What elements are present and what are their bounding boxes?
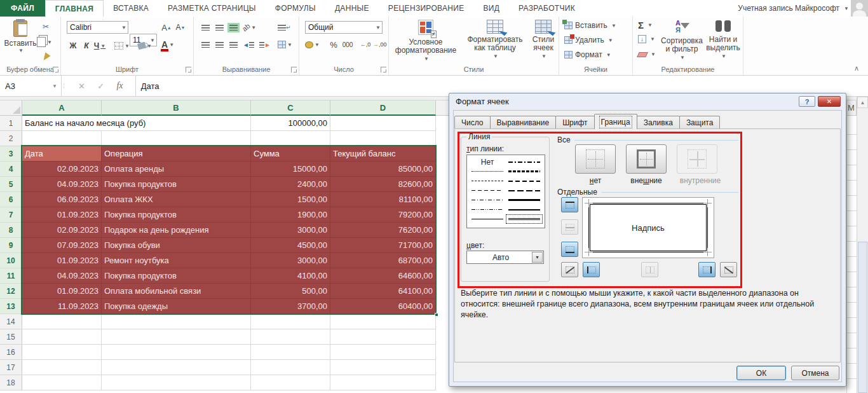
left-border-button[interactable] — [583, 262, 600, 277]
line-style-thick[interactable] — [506, 195, 543, 205]
cell-B2[interactable] — [102, 131, 251, 146]
row-header-14[interactable]: 14 — [0, 314, 22, 329]
ribbon-tab-главная[interactable]: ГЛАВНАЯ — [45, 0, 104, 17]
cell-B16[interactable] — [102, 345, 251, 360]
dialog-launcher-icon[interactable] — [291, 67, 297, 72]
cell-A4[interactable]: 02.09.2023 — [22, 162, 102, 177]
dialog-tab-выравнивание[interactable]: Выравнивание — [490, 116, 557, 129]
cell-C7[interactable]: 1900,00 — [251, 207, 330, 223]
cell-D12[interactable]: 64100,00 — [330, 284, 436, 299]
ribbon-tab-рецензирование[interactable]: РЕЦЕНЗИРОВАНИЕ — [379, 0, 474, 17]
border-preview[interactable]: Надпись — [582, 197, 714, 258]
cell-C10[interactable]: 3000,00 — [251, 253, 330, 268]
cell-D9[interactable]: 71700,00 — [330, 238, 436, 253]
vertical-scrollbar[interactable]: ▲ — [857, 97, 868, 393]
dialog-tab-шрифт[interactable]: Шрифт — [555, 116, 594, 129]
fill-color-button[interactable]: ▼ — [138, 39, 152, 52]
row-header-18[interactable]: 18 — [0, 375, 22, 390]
increase-font-button[interactable]: А▲ — [160, 21, 173, 34]
cell-A16[interactable] — [22, 345, 102, 360]
cell-C18[interactable] — [251, 375, 330, 390]
cell-C2[interactable] — [251, 131, 330, 146]
scrollbar-thumb[interactable] — [858, 242, 867, 393]
paste-button[interactable]: Вставить ▼ — [5, 20, 36, 53]
ribbon-tab-данные[interactable]: ДАННЫЕ — [325, 0, 379, 17]
align-top-button[interactable] — [199, 21, 212, 34]
row-header-1[interactable]: 1 — [0, 116, 22, 131]
row-header-2[interactable]: 2 — [0, 131, 22, 146]
copy-button[interactable]: ▼ — [37, 36, 52, 48]
italic-button[interactable]: К — [80, 39, 93, 52]
cell-A5[interactable]: 04.09.2023 — [22, 177, 102, 192]
cell-C12[interactable]: 500,00 — [251, 284, 330, 299]
sort-filter-button[interactable]: АЯ Сортировка и фильтр ▼ — [661, 19, 703, 62]
cell-D8[interactable]: 76200,00 — [330, 223, 436, 238]
cell-D5[interactable]: 82600,00 — [330, 177, 436, 192]
clear-button[interactable]: ▼ — [638, 52, 656, 57]
cell-D14[interactable] — [330, 314, 436, 329]
cell-B6[interactable]: Оплата ЖКХ — [102, 192, 251, 207]
ribbon-tab-разработчик[interactable]: РАЗРАБОТЧИК — [509, 0, 585, 17]
cell-B12[interactable]: Оплата мобильной связи — [102, 284, 251, 299]
ribbon-tab-файл[interactable]: ФАЙЛ — [0, 0, 45, 17]
merge-center-button[interactable]: ▼ — [278, 38, 292, 51]
dialog-launcher-icon[interactable] — [381, 67, 386, 72]
borders-button[interactable]: ▼ — [114, 39, 130, 52]
diagonal-up-border-button[interactable] — [561, 262, 578, 277]
cell-D15[interactable] — [330, 329, 436, 345]
cell-D3[interactable]: Текущий баланс — [330, 146, 436, 162]
ribbon-tab-вид[interactable]: ВИД — [473, 0, 509, 17]
cell-A18[interactable] — [22, 375, 102, 390]
cell-B9[interactable]: Покупка обуви — [102, 238, 251, 253]
row-header-16[interactable]: 16 — [0, 345, 22, 360]
diagonal-down-border-button[interactable] — [720, 262, 737, 277]
top-border-button[interactable] — [561, 197, 578, 212]
line-style-long-dash-md[interactable] — [506, 186, 543, 195]
font-name-combo[interactable]: Calibri▼ — [67, 21, 128, 34]
cell-C1[interactable]: 100000,00 — [251, 116, 330, 131]
dialog-tab-заливка[interactable]: Заливка — [637, 116, 680, 129]
cell-A3[interactable]: Дата — [22, 146, 102, 162]
row-header-17[interactable]: 17 — [0, 360, 22, 375]
cell-C16[interactable] — [251, 345, 330, 360]
scroll-up-icon[interactable]: ▲ — [857, 97, 868, 108]
cell-D13[interactable]: 60400,00 — [330, 299, 436, 314]
bold-button[interactable]: Ж — [67, 39, 79, 52]
line-style-dotted[interactable] — [469, 167, 506, 176]
cell-C8[interactable]: 3000,00 — [251, 223, 330, 238]
cell-D16[interactable] — [330, 345, 436, 360]
dialog-tab-защита[interactable]: Защита — [679, 116, 721, 129]
column-header-B[interactable]: B — [102, 100, 251, 116]
select-all-corner[interactable] — [0, 100, 22, 116]
align-middle-button[interactable] — [213, 21, 226, 34]
cell-B7[interactable]: Покупка продуктов — [102, 207, 251, 223]
cell-B18[interactable] — [102, 375, 251, 390]
cell-A6[interactable]: 06.09.2023 — [22, 192, 102, 207]
decrease-font-button[interactable]: А▼ — [174, 21, 187, 34]
collapse-ribbon-button[interactable]: ∧ — [854, 64, 859, 72]
line-style-medium[interactable] — [506, 205, 543, 214]
account-button[interactable]: Учетная запись Майкрософт ▼ — [738, 0, 849, 17]
cancel-button[interactable]: Отмена — [791, 366, 839, 380]
formula-bar-splitter[interactable]: ⁞ — [62, 76, 66, 96]
underline-button[interactable]: Ч▼ — [93, 39, 106, 52]
fill-handle[interactable] — [435, 313, 438, 317]
column-header-A[interactable]: A — [22, 100, 102, 116]
format-as-table-button[interactable]: Форматировать как таблицу ▼ — [463, 20, 527, 60]
insert-function-button[interactable]: fx — [116, 81, 123, 91]
border-outline-button[interactable] — [626, 144, 667, 174]
row-header-7[interactable]: 7 — [0, 207, 22, 223]
right-border-button[interactable] — [698, 262, 715, 277]
number-format-combo[interactable]: Общий▼ — [305, 21, 383, 34]
line-style-dash[interactable] — [469, 186, 506, 195]
format-painter-button[interactable] — [39, 51, 52, 64]
align-left-button[interactable] — [199, 38, 212, 51]
ribbon-tab-вставка[interactable]: ВСТАВКА — [104, 0, 158, 17]
fill-button[interactable]: ↓▼ — [638, 35, 655, 43]
ribbon-tab-разметка страницы[interactable]: РАЗМЕТКА СТРАНИЦЫ — [158, 0, 266, 17]
align-right-button[interactable] — [227, 38, 240, 51]
dialog-tab-число[interactable]: Число — [454, 116, 491, 129]
increase-decimal-button[interactable]: ←,0 — [359, 38, 372, 51]
align-center-button[interactable] — [213, 38, 226, 51]
cell-B8[interactable]: Подарок на день рождения — [102, 223, 251, 238]
